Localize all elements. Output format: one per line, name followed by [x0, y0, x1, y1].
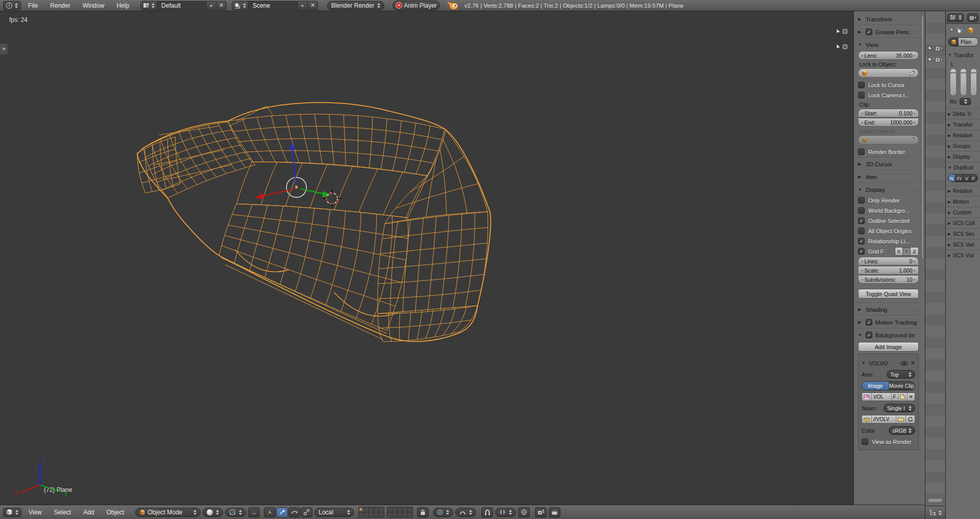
snap-target-button[interactable]: [518, 507, 530, 517]
panel-relations[interactable]: ▶Relation: [946, 130, 980, 140]
scale-manipulator-button[interactable]: [301, 507, 312, 517]
grease-pencil-checkbox[interactable]: ✓: [866, 29, 872, 35]
panel-background-images[interactable]: ▼✓Background Im: [858, 330, 919, 340]
tab-image[interactable]: Image: [862, 382, 889, 390]
only-render-row[interactable]: Only Render: [858, 195, 919, 205]
scene-add-button[interactable]: +: [298, 1, 308, 10]
lock-camera-row[interactable]: Lock Camera t...: [858, 90, 919, 100]
decrement-arrow-icon[interactable]: ◂: [861, 268, 863, 273]
pack-button[interactable]: [862, 415, 872, 423]
fake-user-button[interactable]: F: [892, 393, 898, 401]
panel-custom-properties[interactable]: ▶Custom: [946, 207, 980, 217]
selectable-cursor-icon[interactable]: [928, 56, 933, 63]
render-camera-icon[interactable]: [935, 45, 943, 51]
eyedropper-icon[interactable]: [909, 70, 915, 76]
lock-to-scene-toggle[interactable]: [417, 507, 429, 517]
proportional-edit-dropdown[interactable]: [433, 508, 453, 517]
decrement-arrow-icon[interactable]: ◂: [861, 259, 863, 263]
scrollbar[interactable]: [921, 15, 924, 259]
axis-dropdown[interactable]: Top: [887, 370, 915, 379]
menu-render[interactable]: Render: [45, 2, 75, 9]
lock-to-cursor-checkbox[interactable]: [858, 82, 865, 88]
panel-duplication[interactable]: ▼Duplicat: [946, 162, 980, 172]
opengl-render-button[interactable]: [535, 507, 547, 517]
panel-transform[interactable]: ▶Transform::::: [858, 14, 919, 24]
scene-delete-button[interactable]: ✕: [308, 1, 318, 10]
panel-display[interactable]: ▶Display: [946, 151, 980, 162]
local-camera-field[interactable]: [858, 135, 919, 144]
increment-arrow-icon[interactable]: ▸: [914, 259, 916, 263]
panel-scs-section[interactable]: ▶SCS Sec: [946, 228, 980, 239]
outliner-icon[interactable]: [929, 509, 937, 516]
panel-shading[interactable]: ▶Shading::::: [858, 304, 919, 315]
decrement-arrow-icon[interactable]: ◂: [861, 54, 863, 58]
panel-groups[interactable]: ▶Groups: [946, 140, 980, 151]
panel-3d-cursor[interactable]: ▶3D Cursor::::: [858, 159, 919, 169]
grid-lines-field[interactable]: ◂Lines:0▸: [858, 257, 919, 265]
translate-manipulator-button[interactable]: [276, 507, 288, 517]
panel-relations-extras[interactable]: ▶Relation: [946, 185, 980, 196]
panel-view[interactable]: ▼View::::: [858, 39, 919, 50]
location-y-field[interactable]: ◆◆◆: [960, 68, 967, 96]
view-as-render-row[interactable]: View as Render: [862, 437, 915, 447]
location-z-field[interactable]: ◆◆◆: [970, 68, 977, 96]
pivot-point-dropdown[interactable]: [225, 508, 246, 517]
layers-widget[interactable]: [358, 507, 413, 517]
snap-element-dropdown[interactable]: [495, 508, 516, 517]
grid-scale-field[interactable]: ◂Scale:1.000▸: [858, 266, 919, 275]
menu-add[interactable]: Add: [78, 509, 99, 516]
toolshelf-expand-tab[interactable]: +: [0, 43, 8, 55]
mode-dropdown[interactable]: Object Mode: [135, 508, 201, 517]
only-render-checkbox[interactable]: [858, 197, 865, 204]
clip-end-field[interactable]: ◂End:1000.000▸: [858, 118, 919, 127]
layout-delete-button[interactable]: ✕: [216, 1, 227, 10]
dup-verts-button[interactable]: V: [964, 175, 970, 182]
menu-object[interactable]: Object: [102, 509, 130, 516]
filepath-field[interactable]: //VOLV: [872, 415, 896, 423]
menu-view[interactable]: View: [23, 509, 47, 516]
new-image-button[interactable]: [898, 393, 908, 401]
bg-image-header[interactable]: ▼ VOLVO ✕: [862, 358, 915, 368]
toggle-quad-view-button[interactable]: Toggle Quad View: [858, 289, 919, 299]
breadcrumb-object-name[interactable]: Plan: [959, 38, 978, 46]
all-object-origins-row[interactable]: All Object Origins: [858, 226, 919, 236]
menu-help[interactable]: Help: [111, 2, 134, 9]
increment-arrow-icon[interactable]: ▸: [914, 54, 916, 58]
panel-scs-collision[interactable]: ▶SCS Coll: [946, 217, 980, 228]
panel-motion-paths[interactable]: ▶Motion: [946, 196, 980, 207]
tab-movie-clip[interactable]: Movie Clip: [889, 382, 915, 390]
selectable-cursor-icon[interactable]: [928, 45, 933, 52]
grid-y-toggle[interactable]: Y: [903, 248, 911, 255]
lock-object-field[interactable]: [858, 68, 919, 78]
grid-floor-checkbox[interactable]: ✓: [858, 248, 865, 255]
increment-arrow-icon[interactable]: ▸: [914, 111, 916, 115]
dup-group-button[interactable]: G: [977, 175, 978, 182]
unlink-button[interactable]: ✕: [908, 393, 915, 401]
image-name-field[interactable]: VOL: [872, 393, 892, 401]
scene-browse-button[interactable]: [232, 1, 249, 10]
panel-grease-pencil[interactable]: ▶✓Grease Penc::: [858, 27, 919, 37]
panel-item[interactable]: ▶Item::::: [858, 171, 919, 182]
pin-icon[interactable]: [948, 28, 954, 34]
all-object-origins-checkbox[interactable]: [858, 228, 865, 234]
panel-scs-visibility[interactable]: ▶SCS Visi: [946, 250, 980, 260]
decrement-arrow-icon[interactable]: ◂: [861, 111, 863, 115]
panel-delta-transform[interactable]: ▶Delta Tr: [946, 108, 980, 119]
manipulator-widget-toggle[interactable]: [264, 507, 276, 517]
motion-tracking-checkbox[interactable]: ✓: [866, 319, 872, 326]
rotate-manipulator-button[interactable]: [288, 507, 300, 517]
outline-selected-checkbox[interactable]: ✓: [858, 217, 865, 224]
anim-player-button[interactable]: ✕ Anim Player: [393, 1, 440, 10]
editor-type-button-3dview[interactable]: [3, 508, 21, 517]
location-x-field[interactable]: ◆◆◆: [950, 68, 957, 96]
eyedropper-icon[interactable]: [909, 137, 915, 143]
menu-window[interactable]: Window: [78, 2, 110, 9]
manipulator-center-toggle[interactable]: ↔: [248, 507, 260, 517]
menu-select[interactable]: Select: [49, 509, 76, 516]
relationship-lines-row[interactable]: ✓Relationship Li...: [858, 236, 919, 246]
scrollbar[interactable]: [927, 498, 943, 503]
render-border-row[interactable]: Render Border: [858, 147, 919, 157]
panel-motion-tracking[interactable]: ▶✓Motion Tracking: [858, 317, 919, 328]
grid-floor-row[interactable]: ✓Grid F XYZ: [858, 246, 919, 256]
grid-z-toggle[interactable]: Z: [911, 248, 918, 255]
